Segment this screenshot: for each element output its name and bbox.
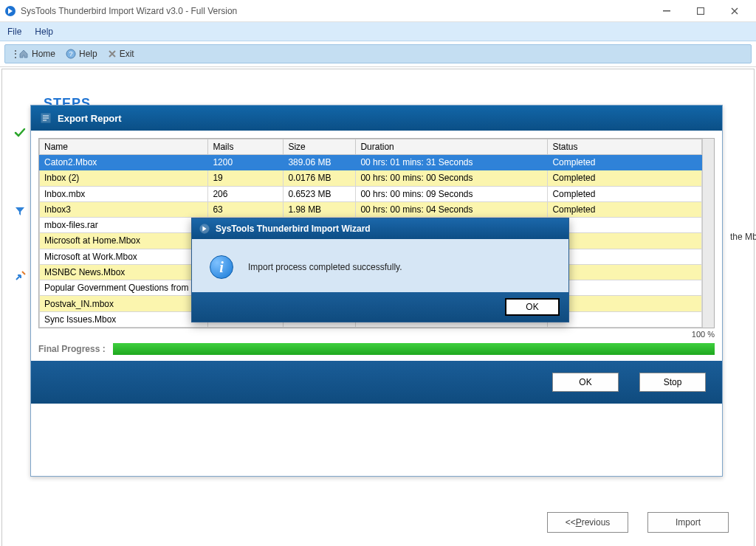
table-header-row: Name Mails Size Duration Status — [40, 139, 702, 155]
wizard-nav: <<Previous Import — [2, 512, 754, 533]
table-row[interactable]: Inbox3631.98 MB00 hrs: 00 mins: 04 Secon… — [40, 201, 702, 217]
cell-name: Microsoft at Work.Mbox — [40, 249, 208, 264]
svg-rect-1 — [663, 10, 670, 12]
report-icon — [40, 112, 52, 124]
progress-label: Final Progress : — [38, 344, 106, 354]
app-icon — [199, 224, 210, 234]
col-size[interactable]: Size — [284, 139, 356, 155]
menu-file[interactable]: File — [7, 27, 21, 37]
svg-text:?: ? — [69, 50, 73, 58]
table-row[interactable]: Inbox (2)190.0176 MB00 hrs: 00 mins: 00 … — [40, 170, 702, 186]
report-footer: OK Stop — [31, 361, 722, 404]
window-minimize-button[interactable] — [650, 0, 684, 22]
cell-status: Completed — [548, 186, 702, 201]
main-area: STEPS the Mbox Export Report Name Mails — [1, 69, 755, 546]
toolbar-exit-button[interactable]: Exit — [105, 47, 137, 61]
toolbar-home-label: Home — [32, 49, 55, 59]
svg-rect-2 — [698, 7, 704, 14]
window-titlebar: SysTools Thunderbird Import Wizard v3.0 … — [0, 0, 756, 22]
cell-status: eted — [548, 249, 702, 264]
cell-duration: 00 hrs: 00 mins: 04 Seconds — [356, 201, 548, 217]
step-2-marker — [14, 205, 26, 217]
cell-status: Completed — [548, 201, 702, 217]
info-dialog-message: Import process completed successfully. — [248, 262, 402, 272]
window-title: SysTools Thunderbird Import Wizard v3.0 … — [21, 6, 650, 16]
col-duration[interactable]: Duration — [356, 139, 548, 155]
cell-name: Inbox.mbx — [40, 186, 208, 201]
export-report-title: Export Report — [58, 113, 122, 124]
info-dialog: SysTools Thunderbird Import Wizard i Imp… — [191, 218, 569, 322]
progress-percent: 100 % — [692, 330, 715, 339]
step-1-marker — [14, 127, 26, 139]
cell-size: 0.6523 MB — [284, 186, 356, 201]
export-icon — [14, 270, 26, 282]
cell-name: Inbox3 — [40, 201, 208, 217]
table-row[interactable]: Caton2.Mbox1200389.06 MB00 hrs: 01 mins:… — [40, 155, 702, 170]
cell-name: mbox-files.rar — [40, 218, 208, 233]
cell-duration: 00 hrs: 00 mins: 09 Seconds — [356, 186, 548, 201]
table-scrollbar[interactable] — [702, 139, 714, 328]
toolbar-help-label: Help — [79, 49, 97, 59]
toolbar-help-button[interactable]: ? Help — [63, 47, 100, 61]
col-mails[interactable]: Mails — [208, 139, 284, 155]
toolbar-home-button[interactable]: Home — [16, 47, 58, 61]
cell-name: Popular Government Questions from US — [40, 280, 208, 296]
cell-status: eted — [548, 296, 702, 311]
export-report-header: Export Report — [31, 106, 722, 131]
col-name[interactable]: Name — [40, 139, 208, 155]
table-row[interactable]: Inbox.mbx2060.6523 MB00 hrs: 00 mins: 09… — [40, 186, 702, 201]
cell-status: Completed — [548, 170, 702, 186]
cell-mails: 63 — [208, 201, 284, 217]
cell-status: eted — [548, 233, 702, 249]
cell-status: eted — [548, 218, 702, 233]
info-icon: i — [210, 255, 233, 279]
cell-name: MSNBC News.Mbox — [40, 264, 208, 280]
cell-name: Postvak_IN.mbox — [40, 296, 208, 311]
progress-bar — [113, 343, 715, 355]
toolbar: ⋮ Home ? Help Exit — [4, 44, 752, 63]
import-button[interactable]: Import — [647, 512, 729, 533]
cell-duration: 00 hrs: 01 mins: 31 Seconds — [356, 155, 548, 170]
step-3-marker — [14, 270, 26, 282]
home-icon — [18, 49, 29, 59]
cell-size: 0.0176 MB — [284, 170, 356, 186]
info-dialog-titlebar[interactable]: SysTools Thunderbird Import Wizard — [192, 218, 568, 239]
close-icon — [108, 49, 117, 58]
cell-name: Microsoft at Home.Mbox — [40, 233, 208, 249]
cell-size: 1.98 MB — [284, 201, 356, 217]
window-close-button[interactable] — [718, 0, 752, 22]
cell-name: Caton2.Mbox — [40, 155, 208, 170]
check-icon — [14, 127, 26, 139]
app-icon — [4, 5, 16, 17]
toolbar-exit-label: Exit — [120, 49, 134, 59]
cell-name: Inbox (2) — [40, 170, 208, 186]
col-status[interactable]: Status — [548, 139, 702, 155]
report-ok-button[interactable]: OK — [552, 373, 619, 392]
filter-icon — [14, 205, 26, 217]
previous-button[interactable]: <<Previous — [547, 512, 628, 533]
cell-status: eted — [548, 280, 702, 296]
cell-status: eted — [548, 264, 702, 280]
window-maximize-button[interactable] — [684, 0, 718, 22]
cell-mails: 19 — [208, 170, 284, 186]
progress-fill — [113, 343, 715, 355]
cell-mails: 206 — [208, 186, 284, 201]
info-dialog-title: SysTools Thunderbird Import Wizard — [216, 224, 371, 234]
cell-mails: 1200 — [208, 155, 284, 170]
menu-bar: File Help — [0, 22, 756, 41]
help-icon: ? — [66, 49, 76, 59]
info-dialog-ok-button[interactable]: OK — [505, 298, 560, 316]
cell-name: Sync Issues.Mbox — [40, 311, 208, 327]
side-hint-text: the Mbox — [730, 232, 756, 242]
menu-help[interactable]: Help — [35, 27, 53, 37]
report-stop-button[interactable]: Stop — [639, 373, 706, 392]
cell-status: Completed — [548, 155, 702, 170]
cell-status — [548, 311, 702, 327]
cell-size: 389.06 MB — [284, 155, 356, 170]
toolbar-wrap: ⋮ Home ? Help Exit — [0, 41, 756, 67]
cell-duration: 00 hrs: 00 mins: 00 Seconds — [356, 170, 548, 186]
